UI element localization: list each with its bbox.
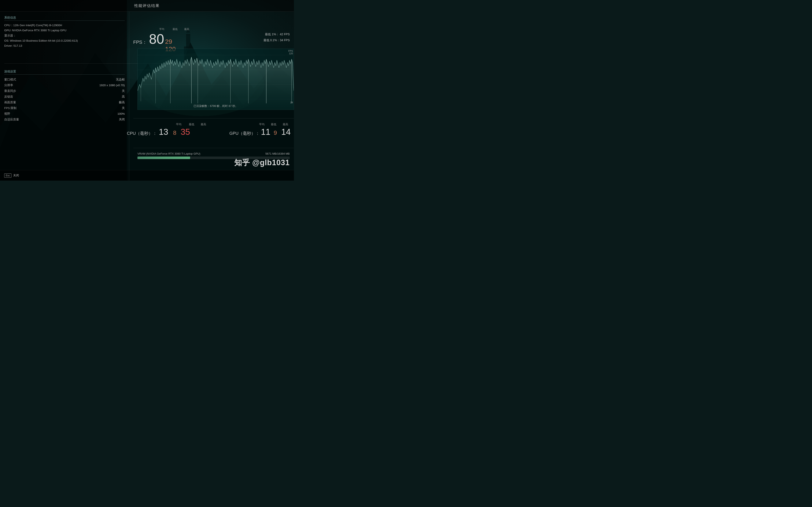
settings-key: 视野 — [4, 111, 10, 117]
settings-key: FPS 限制 — [4, 105, 16, 111]
settings-key: 反锯齿 — [4, 94, 13, 100]
os-info: OS: Windows 10 Business Edition 64-bit (… — [4, 38, 125, 43]
fps-max-header: 最高 — [184, 27, 189, 31]
gpu-min-header: 最低 — [269, 122, 278, 126]
settings-key: 画面质量 — [4, 100, 16, 105]
svg-marker-12 — [138, 57, 294, 110]
system-info-section: 系统信息 CPU：12th Gen Intel(R) Core(TM) i9-1… — [4, 16, 125, 48]
settings-rows: 窗口模式无边框分辨率1920 x 1080 (x0.70)垂直同步关反锯齿高画面… — [4, 77, 125, 122]
settings-row: FPS 限制关 — [4, 105, 125, 111]
title-bar: 性能评估结果 — [0, 0, 294, 12]
percentile-01: 最低 0.1%：34 FPS — [263, 37, 290, 43]
settings-row: 自适应质量关闭 — [4, 117, 125, 122]
settings-value: 100% — [117, 111, 125, 117]
settings-key: 分辨率 — [4, 82, 13, 88]
gpu-avg: 11 — [261, 127, 269, 137]
gpu-avg-header: 平均 — [258, 122, 266, 126]
fps-min-value: 29 — [165, 38, 176, 45]
settings-row: 分辨率1920 x 1080 (x0.70) — [4, 82, 125, 88]
chart-fps-label: FPS — [289, 50, 293, 52]
system-info-label: 系统信息 — [4, 16, 125, 21]
fps-min-header: 最低 — [172, 27, 177, 31]
vram-bar-fill — [138, 157, 190, 159]
settings-value: 关 — [122, 105, 125, 111]
gpu-info: GPU: NVIDIA GeForce RTX 3080 Ti Laptop G… — [4, 28, 125, 33]
display-info: 显示器： — [4, 33, 125, 38]
settings-key: 自适应质量 — [4, 117, 19, 122]
settings-row: 视野100% — [4, 111, 125, 117]
settings-row: 垂直同步关 — [4, 88, 125, 94]
settings-key: 垂直同步 — [4, 88, 16, 94]
fps-avg-header: 平均 — [159, 27, 164, 31]
fps-chart-svg — [138, 49, 294, 110]
settings-value: 1920 x 1080 (x0.70) — [99, 82, 125, 88]
percentile-1: 最低 1%： 42 FPS — [263, 31, 290, 37]
gpu-label: GPU（毫秒）： — [230, 130, 260, 136]
close-button[interactable]: 关闭 — [13, 174, 19, 177]
gpu-max: 14 — [281, 127, 290, 137]
settings-value: 高 — [122, 94, 125, 100]
game-settings-section: 游戏设置 窗口模式无边框分辨率1920 x 1080 (x0.70)垂直同步关反… — [4, 70, 125, 122]
settings-value: 关 — [122, 88, 125, 94]
settings-row: 窗口模式无边框 — [4, 77, 125, 82]
chart-subtitle: 已渲染帧数：6796 帧，耗时 87 秒。 — [138, 104, 294, 108]
divider-timing-vram — [133, 148, 294, 148]
chart-max-label: 120 — [289, 52, 293, 55]
settings-key: 窗口模式 — [4, 77, 16, 82]
chart-min-label: 29 — [290, 101, 293, 104]
vram-value: 5671 MB/16384 MB — [265, 152, 290, 155]
timing-section: 平均 最低 最高 平均 最低 最高 CPU（毫秒）： 13 8 35 GPU（毫… — [123, 120, 294, 139]
cpu-label: CPU（毫秒）： — [127, 130, 157, 136]
esc-badge: Esc — [4, 173, 11, 178]
page-title: 性能评估结果 — [134, 3, 160, 8]
fps-avg-value: 80 — [149, 32, 164, 47]
chart-fps-unit: FPS 120 — [289, 50, 293, 55]
divider-lr — [129, 12, 129, 181]
cpu-max-header: 最高 — [199, 122, 208, 126]
driver-info: Driver: 517.13 — [4, 43, 125, 48]
cpu-max: 35 — [181, 127, 189, 137]
settings-value: 无边框 — [116, 77, 125, 82]
cpu-min: 8 — [170, 129, 179, 136]
cpu-avg: 13 — [158, 127, 169, 137]
watermark: 知乎 @glb1031 — [234, 158, 290, 168]
game-settings-label: 游戏设置 — [4, 70, 125, 74]
gpu-max-header: 最高 — [281, 122, 290, 126]
percentile-info: 最低 1%： 42 FPS 最低 0.1%：34 FPS — [263, 31, 290, 43]
vram-header: VRAM (NVIDIA GeForce RTX 3080 Ti Laptop … — [138, 152, 290, 155]
cpu-min-header: 最低 — [187, 122, 196, 126]
settings-value: 极高 — [119, 100, 125, 105]
gpu-min: 9 — [271, 129, 280, 136]
fps-label: FPS： — [133, 39, 147, 45]
settings-row: 画面质量极高 — [4, 100, 125, 105]
fps-chart: FPS 120 29 已渲染帧数：6796 帧，耗时 87 秒。 — [138, 49, 294, 110]
cpu-avg-header: 平均 — [173, 122, 184, 126]
cpu-info: CPU：12th Gen Intel(R) Core(TM) i9-12900H — [4, 23, 125, 28]
bottom-bar: Esc 关闭 — [0, 170, 294, 181]
vram-label: VRAM (NVIDIA GeForce RTX 3080 Ti Laptop … — [138, 152, 200, 155]
settings-row: 反锯齿高 — [4, 94, 125, 100]
